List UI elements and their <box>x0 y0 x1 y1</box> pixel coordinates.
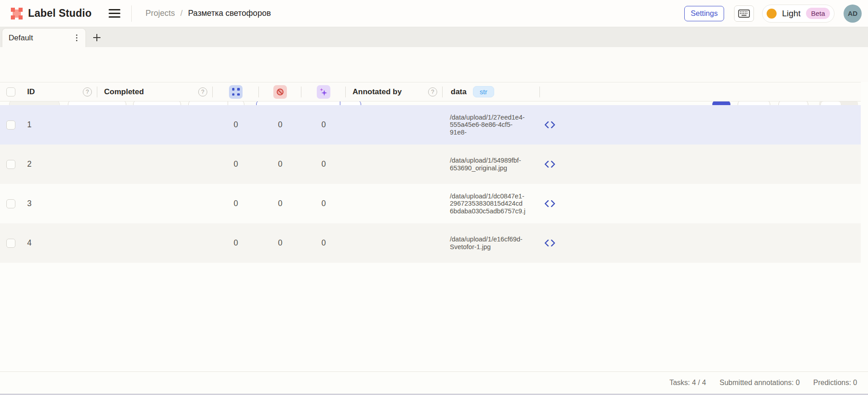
keyboard-icon <box>738 10 750 18</box>
breadcrumb-separator: / <box>180 9 182 18</box>
help-icon: ? <box>428 87 437 96</box>
theme-label: Light <box>782 9 801 19</box>
table-row[interactable]: 3 0 0 0 /data/upload/1/dc0847e1-29672353… <box>0 184 861 223</box>
predictions-count: 0 <box>301 223 346 263</box>
code-chevron-left-icon <box>544 240 549 246</box>
predictions-count: 0 <box>301 105 346 145</box>
column-header-annotations[interactable] <box>213 82 259 101</box>
code-chevron-right-icon <box>551 240 555 246</box>
beta-badge: Beta <box>806 8 830 19</box>
column-header-data[interactable]: data str <box>443 82 540 101</box>
task-data-path: /data/upload/1/dc0847e1-29672353830815d4… <box>443 184 540 223</box>
annotations-count: 0 <box>213 223 259 263</box>
table-row[interactable]: 4 0 0 0 /data/upload/1/e16cf69d-Svetofor… <box>0 223 861 263</box>
task-id: 1 <box>22 105 97 145</box>
column-header-annotated-by[interactable]: Annotated by ? <box>346 82 443 101</box>
hamburger-menu-icon[interactable] <box>109 9 120 18</box>
annotations-count: 0 <box>213 145 259 184</box>
task-data-path: /data/upload/1/54989fbf-653690_original.… <box>443 145 540 184</box>
user-avatar[interactable]: AD <box>844 5 862 23</box>
help-icon: ? <box>83 87 92 96</box>
help-icon: ? <box>198 87 207 96</box>
table-row[interactable]: 2 0 0 0 /data/upload/1/54989fbf-653690_o… <box>0 145 861 184</box>
select-all-cell <box>0 82 22 101</box>
column-header-predictions[interactable] <box>301 82 346 101</box>
theme-color-dot <box>767 9 777 19</box>
data-manager-toolbar: Actions Columns Filters Order by <box>0 47 868 82</box>
tab-options-kebab-icon[interactable] <box>74 33 79 43</box>
show-source-button[interactable] <box>540 184 572 223</box>
tab-default-label: Default <box>9 34 33 43</box>
app-title: Label Studio <box>28 7 91 19</box>
cancelled-count: 0 <box>259 105 301 145</box>
prohibition-icon <box>273 85 287 99</box>
show-source-button[interactable] <box>540 223 572 263</box>
select-all-checkbox[interactable] <box>6 87 15 96</box>
keyboard-shortcuts-button[interactable] <box>734 5 754 22</box>
task-id: 4 <box>22 223 97 263</box>
tab-default[interactable]: Default <box>2 28 86 47</box>
code-chevron-right-icon <box>551 161 555 168</box>
task-id: 3 <box>22 184 97 223</box>
table-row[interactable]: 1 0 0 0 /data/upload/1/27eed1e4-555a45e6… <box>0 105 861 145</box>
tasks-count: Tasks: 4 / 4 <box>669 379 706 387</box>
task-table-body: 1 0 0 0 /data/upload/1/27eed1e4-555a45e6… <box>0 105 861 263</box>
annotations-count: 0 <box>213 105 259 145</box>
header-divider <box>131 5 132 22</box>
view-tab-bar: Default <box>0 27 868 47</box>
cancelled-count: 0 <box>259 145 301 184</box>
theme-toggle[interactable]: Light Beta <box>762 5 835 23</box>
app-logo[interactable]: Label Studio <box>10 7 91 20</box>
table-header-row: ID ? Completed ? Annotated by ? data <box>0 82 861 101</box>
column-header-spacer <box>540 82 572 101</box>
code-chevron-right-icon <box>551 200 555 207</box>
status-bar: Tasks: 4 / 4 Submitted annotations: 0 Pr… <box>0 371 868 394</box>
task-id: 2 <box>22 145 97 184</box>
sparkles-icon <box>317 85 330 99</box>
row-checkbox[interactable] <box>6 120 15 130</box>
code-chevron-right-icon <box>551 121 555 128</box>
app-header: Label Studio Projects / Разметка светофо… <box>0 0 868 27</box>
code-chevron-left-icon <box>544 121 549 128</box>
data-type-badge: str <box>473 86 494 97</box>
row-checkbox[interactable] <box>6 199 15 208</box>
add-view-tab-button[interactable] <box>91 32 102 43</box>
row-checkbox[interactable] <box>6 239 15 248</box>
bounding-box-icon <box>229 85 243 99</box>
cancelled-count: 0 <box>259 184 301 223</box>
column-header-id[interactable]: ID ? <box>22 82 97 101</box>
column-header-cancelled[interactable] <box>259 82 301 101</box>
task-data-path: /data/upload/1/27eed1e4-555a45e6-8e86-4c… <box>443 105 540 145</box>
code-chevron-left-icon <box>544 200 549 207</box>
show-source-button[interactable] <box>540 105 572 145</box>
breadcrumb-current-project: Разметка светофоров <box>188 9 271 18</box>
header-right-group: Settings Light Beta AD <box>684 5 862 23</box>
column-header-completed[interactable]: Completed ? <box>97 82 213 101</box>
settings-button[interactable]: Settings <box>684 6 724 21</box>
code-chevron-left-icon <box>544 161 549 168</box>
predictions-count: 0 <box>301 145 346 184</box>
annotations-count: 0 <box>213 184 259 223</box>
cancelled-count: 0 <box>259 223 301 263</box>
breadcrumb-projects-link[interactable]: Projects <box>145 9 175 18</box>
show-source-button[interactable] <box>540 145 572 184</box>
predictions-count-total: Predictions: 0 <box>813 379 857 387</box>
column-header-fill <box>572 82 861 101</box>
breadcrumb: Projects / Разметка светофоров <box>145 9 271 18</box>
predictions-count: 0 <box>301 184 346 223</box>
task-data-path: /data/upload/1/e16cf69d-Svetofor-1.jpg <box>443 223 540 263</box>
row-checkbox[interactable] <box>6 160 15 169</box>
label-studio-icon <box>10 7 24 20</box>
submitted-annotations-count: Submitted annotations: 0 <box>720 379 800 387</box>
